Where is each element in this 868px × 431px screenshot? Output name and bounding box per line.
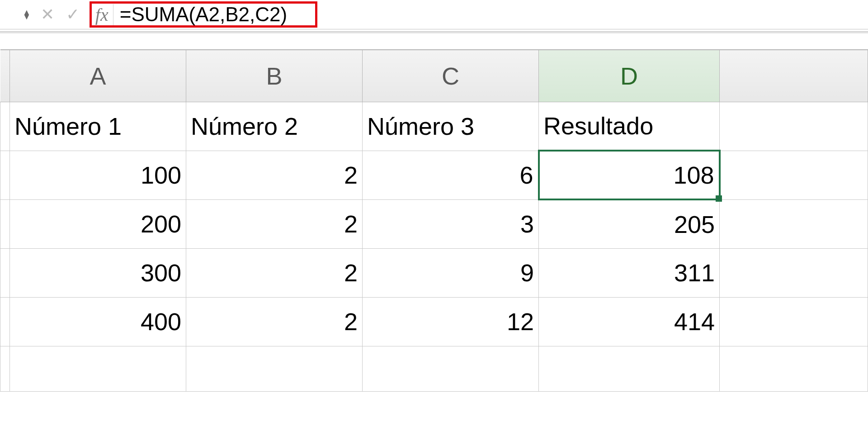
table-row: Número 1 Número 2 Número 3 Resultado <box>0 102 868 151</box>
cell[interactable]: 2 <box>186 297 363 346</box>
cell[interactable]: 3 <box>363 199 539 248</box>
formula-box-highlight: fx <box>90 1 317 28</box>
cell-empty[interactable] <box>720 297 868 346</box>
table-row <box>0 346 868 391</box>
cell[interactable]: 200 <box>10 199 186 248</box>
cell-empty[interactable] <box>720 346 868 391</box>
cell[interactable]: Número 1 <box>10 102 186 151</box>
name-box-dropdown-icon[interactable]: ▲ ▼ <box>23 10 31 19</box>
formula-input[interactable] <box>120 3 310 26</box>
row-gutter[interactable] <box>0 199 10 248</box>
cell[interactable]: 2 <box>186 151 363 199</box>
cell[interactable]: 205 <box>539 199 720 248</box>
cancel-icon[interactable]: ✕ <box>39 5 56 24</box>
row-gutter[interactable] <box>0 102 10 151</box>
cell-empty[interactable] <box>720 199 868 248</box>
cell[interactable]: 2 <box>186 199 363 248</box>
cell[interactable]: 9 <box>363 248 539 297</box>
cell-empty[interactable] <box>10 346 186 391</box>
cell[interactable]: Resultado <box>539 102 720 151</box>
cell[interactable]: 6 <box>363 151 539 199</box>
column-header-a[interactable]: A <box>10 50 186 102</box>
cell-empty[interactable] <box>720 151 868 199</box>
table-row: 200 2 3 205 <box>0 199 868 248</box>
cell[interactable]: 400 <box>10 297 186 346</box>
select-all-corner[interactable] <box>0 50 10 102</box>
table-row: 100 2 6 108 <box>0 151 868 199</box>
column-header-d[interactable]: D <box>539 50 720 102</box>
cell[interactable]: Número 3 <box>363 102 539 151</box>
fx-icon[interactable]: fx <box>95 4 113 25</box>
cell[interactable]: 414 <box>539 297 720 346</box>
enter-icon[interactable]: ✓ <box>64 5 81 24</box>
column-header-row: A B C D <box>0 50 868 102</box>
cell[interactable]: Número 2 <box>186 102 363 151</box>
cell[interactable]: 311 <box>539 248 720 297</box>
row-gutter[interactable] <box>0 248 10 297</box>
row-gutter[interactable] <box>0 297 10 346</box>
selected-cell[interactable]: 108 <box>539 151 720 199</box>
cell-value: 108 <box>673 161 714 189</box>
formula-bar: ▲ ▼ ✕ ✓ fx <box>0 0 868 29</box>
divider <box>0 29 868 33</box>
column-header-c[interactable]: C <box>363 50 539 102</box>
spacer <box>0 33 868 49</box>
cell[interactable]: 2 <box>186 248 363 297</box>
cell[interactable]: 300 <box>10 248 186 297</box>
cell[interactable]: 100 <box>10 151 186 199</box>
cell-empty[interactable] <box>363 346 539 391</box>
table-row: 300 2 9 311 <box>0 248 868 297</box>
row-gutter[interactable] <box>0 346 10 391</box>
table-row: 400 2 12 414 <box>0 297 868 346</box>
cell-empty[interactable] <box>720 248 868 297</box>
column-header-b[interactable]: B <box>186 50 363 102</box>
spreadsheet-grid: A B C D Número 1 Número 2 Número 3 Resul… <box>0 49 868 392</box>
cell[interactable]: 12 <box>363 297 539 346</box>
cell-empty[interactable] <box>539 346 720 391</box>
column-header-empty[interactable] <box>720 50 868 102</box>
row-gutter[interactable] <box>0 151 10 199</box>
cell-empty[interactable] <box>186 346 363 391</box>
cell-empty[interactable] <box>720 102 868 151</box>
